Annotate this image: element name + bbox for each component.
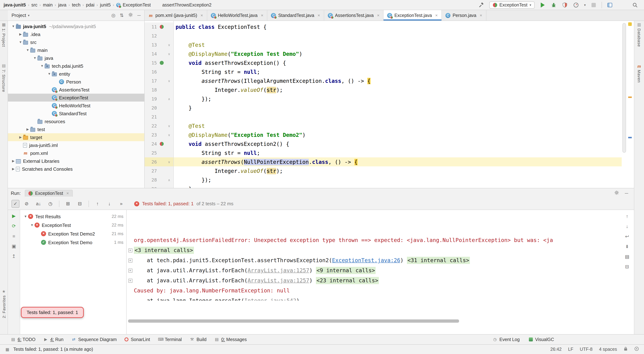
close-icon[interactable]: ✕ bbox=[318, 14, 320, 17]
close-icon[interactable]: ✕ bbox=[66, 191, 69, 195]
stacktrace-link[interactable]: ArrayList.java:1257 bbox=[248, 267, 309, 274]
soft-wrap-button[interactable]: ↩ bbox=[625, 234, 629, 239]
breadcrumb-item[interactable]: src bbox=[31, 2, 37, 8]
project-tree-item[interactable]: CAssertionsTest bbox=[8, 86, 144, 94]
toolwindow-button-4-run[interactable]: ▶4: Run bbox=[43, 337, 64, 342]
hide-panel-button[interactable]: ─ bbox=[138, 13, 141, 18]
close-icon[interactable]: ✕ bbox=[480, 14, 482, 17]
coverage-button[interactable] bbox=[562, 2, 568, 8]
toolstripe-maven[interactable]: m Maven bbox=[634, 64, 644, 83]
chevron-down-icon[interactable]: ▼ bbox=[47, 72, 52, 76]
run-settings-button[interactable] bbox=[614, 190, 619, 196]
stacktrace-link[interactable]: Integer.java:542 bbox=[244, 297, 296, 301]
toolstripe-project[interactable]: ▦ 1: Project bbox=[0, 22, 8, 48]
previous-failed-button[interactable]: ↑ bbox=[93, 200, 102, 208]
chevron-right-icon[interactable]: ▶ bbox=[11, 159, 16, 163]
project-tree-item[interactable]: resources bbox=[8, 117, 144, 125]
export-test-results-button[interactable]: ↥ bbox=[12, 254, 16, 259]
profiler-button[interactable] bbox=[573, 2, 580, 8]
toolwindow-button-terminal[interactable]: ⌨Terminal bbox=[158, 337, 182, 342]
breadcrumb-item[interactable]: pdai bbox=[86, 2, 94, 8]
debug-button[interactable] bbox=[551, 2, 557, 8]
run-button[interactable] bbox=[540, 2, 546, 8]
editor-tab[interactable]: CStandardTest.java✕ bbox=[268, 10, 324, 21]
project-tree-item[interactable]: CExceptionTest bbox=[8, 94, 144, 102]
project-tree-item[interactable]: ▶External Libraries bbox=[8, 157, 144, 165]
breadcrumb-item[interactable]: main bbox=[43, 2, 52, 8]
toolwindow-switcher-icon[interactable]: ▦ bbox=[5, 347, 10, 352]
build-hammer-icon[interactable] bbox=[478, 2, 484, 8]
project-tree-item[interactable]: ▼src bbox=[8, 38, 144, 46]
folded-calls[interactable]: <23 internal calls> bbox=[316, 277, 379, 284]
fold-collapse-icon[interactable]: ∨ bbox=[168, 52, 170, 56]
folded-calls[interactable]: <31 internal calls> bbox=[407, 257, 470, 264]
fold-collapse-icon[interactable]: ∨ bbox=[168, 43, 170, 47]
toolstripe-database[interactable]: ▥ Database bbox=[634, 22, 644, 48]
fold-end-icon[interactable]: ∧ bbox=[168, 178, 170, 182]
chevron-down-icon[interactable]: ▾ bbox=[584, 3, 586, 7]
collapse-all-button[interactable]: ⊟ bbox=[75, 200, 84, 208]
close-icon[interactable]: ✕ bbox=[435, 14, 438, 17]
info-stripe-mark[interactable] bbox=[628, 137, 632, 138]
test-tree-item[interactable]: ▼✕ExceptionTest22 ms bbox=[20, 221, 126, 229]
chevron-down-icon[interactable]: ▼ bbox=[25, 48, 30, 52]
fold-collapse-icon[interactable]: ∨ bbox=[168, 133, 170, 137]
expand-fold-icon[interactable]: + bbox=[128, 248, 132, 252]
up-stacktrace-button[interactable]: ↑ bbox=[626, 214, 628, 219]
project-tree-item[interactable]: ▼main bbox=[8, 46, 144, 54]
clear-console-button[interactable]: ⊟ bbox=[625, 264, 629, 269]
sort-alphabetically-button[interactable]: a↓ bbox=[34, 200, 43, 208]
chevron-right-icon[interactable]: ▶ bbox=[18, 135, 23, 139]
project-tree-item[interactable]: java-junit5.iml bbox=[8, 141, 144, 149]
warning-stripe-mark[interactable] bbox=[628, 97, 632, 98]
fold-collapse-icon[interactable]: ∨ bbox=[168, 124, 170, 128]
toolstripe-structure[interactable]: ▤ 7: Structure bbox=[0, 63, 8, 93]
down-stacktrace-button[interactable]: ↓ bbox=[626, 224, 628, 229]
sort-by-duration-button[interactable]: ◷ bbox=[46, 200, 55, 208]
test-tree-item[interactable]: ✕Exception Test Demo221 ms bbox=[20, 229, 126, 238]
run-config-select[interactable]: ExceptionTest ▾ bbox=[489, 1, 535, 9]
fold-end-icon[interactable]: ∧ bbox=[168, 97, 170, 101]
chevron-down-icon[interactable]: ▼ bbox=[40, 64, 44, 68]
test-console[interactable]: org.opentest4j.AssertionFailedError: Une… bbox=[127, 210, 620, 334]
toolstripe-favorites[interactable]: ★ 2: Favorites bbox=[0, 289, 8, 319]
project-tree-item[interactable]: CHelloWorldTest bbox=[8, 102, 144, 110]
expand-all-button[interactable]: ⊞ bbox=[63, 200, 73, 208]
editor-tab[interactable]: CPerson.java✕ bbox=[442, 10, 486, 21]
console-horizontal-scrollbar[interactable] bbox=[128, 319, 459, 323]
stacktrace-link[interactable]: ExceptionTest.java:26 bbox=[332, 257, 400, 264]
project-tree-item[interactable]: CPerson bbox=[8, 78, 144, 86]
breadcrumb-item[interactable]: java-junit5 bbox=[4, 2, 26, 8]
scroll-to-end-button[interactable]: ⇟ bbox=[625, 244, 629, 249]
analyzer-status-icon[interactable] bbox=[628, 22, 632, 26]
rerun-failed-tests-button[interactable]: ⟳ bbox=[12, 224, 16, 228]
line-ending[interactable]: LF bbox=[568, 347, 573, 352]
stop-button[interactable]: ■ bbox=[12, 234, 15, 238]
chevron-down-icon[interactable]: ▼ bbox=[32, 56, 38, 60]
project-tree-item[interactable]: ▼java bbox=[8, 54, 144, 62]
project-tree-item[interactable]: ▶Scratches and Consoles bbox=[8, 165, 144, 173]
stacktrace-link[interactable]: ArrayList.java:1257 bbox=[248, 277, 309, 284]
toolwindows-button[interactable] bbox=[606, 2, 613, 8]
breadcrumb-item[interactable]: java bbox=[58, 2, 66, 8]
expand-fold-icon[interactable]: + bbox=[128, 268, 132, 272]
fold-collapse-icon[interactable]: ∨ bbox=[168, 160, 170, 164]
chevron-right-icon[interactable]: ▶ bbox=[11, 167, 16, 171]
project-tree-item[interactable]: mpom.xml bbox=[8, 149, 144, 157]
fold-collapse-icon[interactable]: ∨ bbox=[168, 79, 170, 83]
show-passed-button[interactable]: ✓ bbox=[12, 200, 20, 208]
expand-fold-icon[interactable]: + bbox=[128, 258, 132, 262]
chevron-down-icon[interactable]: ▼ bbox=[18, 40, 23, 44]
chevron-down-icon[interactable]: ▼ bbox=[23, 215, 28, 218]
close-icon[interactable]: ✕ bbox=[261, 14, 264, 17]
expand-fold-icon[interactable]: + bbox=[128, 278, 132, 282]
test-tree-item[interactable]: ▼✕Test Results22 ms bbox=[20, 212, 126, 221]
run-test-gutter-icon[interactable] bbox=[160, 61, 164, 65]
folded-calls[interactable]: <9 internal calls> bbox=[316, 267, 376, 274]
toolwindow-button-event-log[interactable]: ◷Event Log bbox=[492, 337, 520, 342]
rerun-tests-button[interactable]: ▶ bbox=[12, 214, 16, 218]
project-panel-title[interactable]: Project bbox=[12, 13, 26, 18]
chevron-down-icon[interactable]: ▼ bbox=[11, 25, 16, 28]
close-icon[interactable]: ✕ bbox=[200, 14, 203, 17]
editor-scrollbar[interactable] bbox=[622, 23, 626, 153]
